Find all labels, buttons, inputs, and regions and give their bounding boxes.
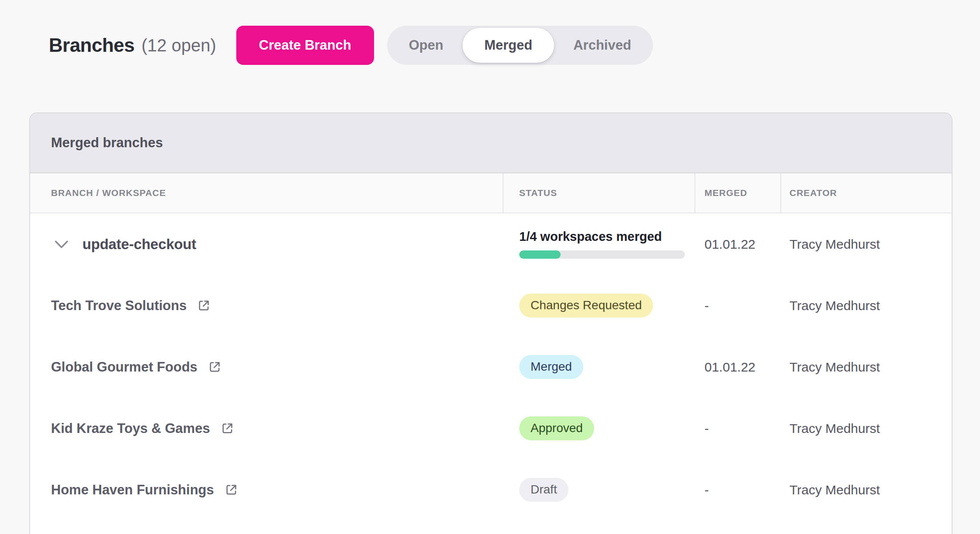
workspace-name: Home Haven Furnishings <box>51 482 214 498</box>
table-row-branch[interactable]: update-checkout 1/4 workspaces merged 01… <box>30 213 952 275</box>
merged-date: 01.01.22 <box>704 360 755 375</box>
page-title: Branches <box>49 34 135 56</box>
workspace-name: Tech Trove Solutions <box>51 298 187 314</box>
merged-date: - <box>704 298 709 313</box>
table-header-row: Branch / Workspace Status Merged Creator <box>30 173 952 213</box>
tab-merged[interactable]: Merged <box>463 28 554 63</box>
external-link-icon[interactable] <box>225 483 238 497</box>
merged-date: - <box>704 483 709 497</box>
external-link-icon[interactable] <box>208 360 221 374</box>
merged-branches-card: Merged branches Branch / Workspace Statu… <box>29 112 953 534</box>
creator-name: Tracy Medhurst <box>789 360 880 375</box>
merged-date: - <box>704 421 709 436</box>
page-header: Branches (12 open) Create Branch Open Me… <box>49 25 980 65</box>
external-link-icon[interactable] <box>221 422 234 435</box>
merge-progress: 1/4 workspaces merged <box>519 230 685 259</box>
table-row-workspace[interactable]: Kid Kraze Toys & Games Approved - Tracy … <box>30 398 952 459</box>
branch-name: update-checkout <box>82 236 196 253</box>
column-header-merged: Merged <box>695 173 781 213</box>
status-badge: Draft <box>519 478 568 502</box>
creator-name: Tracy Medhurst <box>789 483 880 497</box>
column-header-creator: Creator <box>781 173 952 213</box>
chevron-down-icon[interactable] <box>54 240 68 249</box>
external-link-icon[interactable] <box>197 299 211 312</box>
tab-archived[interactable]: Archived <box>554 26 650 65</box>
status-badge: Changes Requested <box>519 294 653 318</box>
progress-bar-track <box>519 250 685 259</box>
workspace-name: Global Gourmet Foods <box>51 359 197 375</box>
open-branches-count: (12 open) <box>142 36 216 55</box>
creator-name: Tracy Medhurst <box>789 237 880 252</box>
column-header-branch-workspace: Branch / Workspace <box>30 173 504 213</box>
status-badge: Merged <box>519 355 583 379</box>
table-row-workspace[interactable]: Tech Trove Solutions Changes Requested -… <box>30 275 952 336</box>
card-title: Merged branches <box>30 113 952 173</box>
tab-open[interactable]: Open <box>390 26 463 65</box>
create-branch-button[interactable]: Create Branch <box>236 26 374 65</box>
creator-name: Tracy Medhurst <box>789 421 880 436</box>
table-row-workspace[interactable]: Global Gourmet Foods Merged 01.01.22 Tra… <box>30 336 952 398</box>
column-header-status: Status <box>504 173 695 213</box>
status-badge: Approved <box>519 416 594 440</box>
table-row-workspace[interactable]: Home Haven Furnishings Draft - Tracy Med… <box>30 459 952 520</box>
merged-date: 01.01.22 <box>704 237 755 252</box>
progress-bar-fill <box>519 250 561 259</box>
workspace-name: Kid Kraze Toys & Games <box>51 421 210 436</box>
branch-filter-segmented-control: Open Merged Archived <box>387 26 653 65</box>
creator-name: Tracy Medhurst <box>789 298 880 313</box>
merge-progress-label: 1/4 workspaces merged <box>519 230 685 244</box>
